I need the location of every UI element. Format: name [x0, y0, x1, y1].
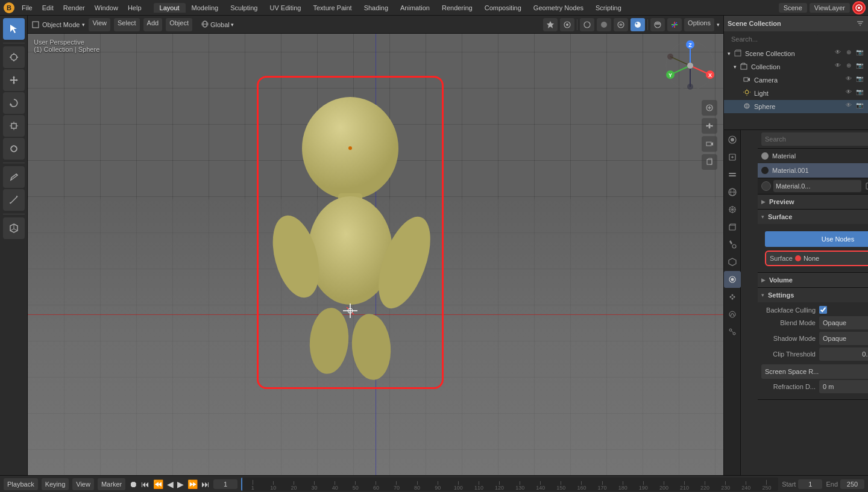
- tl-play-btn[interactable]: ▶: [177, 479, 184, 489]
- col-sel-icon[interactable]: ⊕: [844, 62, 854, 72]
- tl-play-reverse-btn[interactable]: ◀: [167, 479, 174, 489]
- tl-jump-end-btn[interactable]: ⏭: [201, 479, 210, 489]
- tool-measure[interactable]: [3, 189, 25, 211]
- menu-help[interactable]: Help: [123, 3, 146, 13]
- ws-uv[interactable]: UV Editing: [263, 3, 307, 13]
- sphere-rnd-icon[interactable]: 📷: [855, 102, 864, 111]
- tl-marker-btn[interactable]: Marker: [98, 478, 125, 490]
- shading-wire[interactable]: [580, 18, 594, 31]
- tool-add-cube[interactable]: [3, 217, 25, 239]
- tool-select[interactable]: [3, 18, 25, 40]
- col-vis-icon[interactable]: 👁: [833, 62, 843, 72]
- mat-node-name-input[interactable]: [773, 180, 861, 192]
- timeline-playhead[interactable]: [241, 478, 242, 491]
- prop-tab-data[interactable]: [724, 254, 741, 270]
- refraction-value[interactable]: 0 m: [819, 380, 868, 393]
- prop-tab-material[interactable]: [724, 271, 741, 288]
- tool-rotate[interactable]: [3, 92, 25, 114]
- add-menu[interactable]: Add: [143, 18, 163, 31]
- scene-sel-icon[interactable]: ⊕: [844, 49, 854, 58]
- tl-start-frame[interactable]: 1: [798, 479, 822, 489]
- menu-window[interactable]: Window: [90, 3, 123, 13]
- scene-rnd-icon[interactable]: 📷: [855, 49, 864, 58]
- col-rnd-icon[interactable]: 📷: [855, 62, 864, 72]
- tl-keying-btn[interactable]: Keying: [42, 478, 69, 490]
- menu-edit[interactable]: Edit: [37, 3, 58, 13]
- overlay-toggle[interactable]: [650, 18, 665, 31]
- viewlayer-selector[interactable]: ViewLayer: [810, 3, 850, 13]
- tl-jump-start-btn[interactable]: ⏮: [141, 479, 149, 489]
- ws-compositing[interactable]: Compositing: [479, 3, 527, 13]
- timeline-ruler[interactable]: 1 10 20 30 40 50 60 70 80 90 100 110 120…: [241, 478, 778, 491]
- zoom-to-fit-icon[interactable]: [702, 100, 717, 116]
- ws-texture[interactable]: Texture Paint: [307, 3, 357, 13]
- mode-selector[interactable]: Object Mode ▾: [31, 20, 85, 29]
- tool-scale[interactable]: [3, 115, 25, 137]
- ws-sculpting[interactable]: Sculpting: [224, 3, 263, 13]
- ws-modeling[interactable]: Modeling: [186, 3, 225, 13]
- snap-toggle[interactable]: [543, 18, 558, 31]
- preview-section-header[interactable]: ▶ Preview: [758, 195, 868, 209]
- prop-tab-scene[interactable]: [724, 184, 741, 201]
- scene-vis-icon[interactable]: 👁: [833, 49, 843, 58]
- menu-file[interactable]: File: [17, 3, 37, 13]
- outliner-light-item[interactable]: Light 👁 📷: [724, 87, 868, 100]
- prop-tab-world[interactable]: [724, 201, 741, 218]
- outliner-collection-item[interactable]: ▾ Collection 👁 ⊕ 📷: [724, 60, 868, 73]
- prop-tab-constraints[interactable]: [724, 323, 741, 340]
- ws-animation[interactable]: Animation: [394, 3, 436, 13]
- volume-section-header[interactable]: ▶ Volume: [758, 273, 868, 287]
- material-item-1[interactable]: Material.001: [758, 163, 868, 178]
- ws-scripting[interactable]: Scripting: [590, 3, 627, 13]
- scene-selector[interactable]: Scene: [779, 3, 807, 13]
- render-engine-icon[interactable]: [852, 1, 866, 14]
- tl-view-btn[interactable]: View: [72, 478, 94, 490]
- shading-lpe[interactable]: [614, 18, 628, 31]
- ws-rendering[interactable]: Rendering: [436, 3, 479, 13]
- use-nodes-button[interactable]: Use Nodes: [765, 231, 868, 247]
- options-btn[interactable]: Options: [684, 18, 714, 31]
- object-menu[interactable]: Object: [166, 18, 192, 31]
- outliner-search-input[interactable]: [728, 33, 818, 45]
- pan-icon[interactable]: [702, 118, 717, 134]
- shading-solid[interactable]: [597, 18, 611, 31]
- proportional-editing[interactable]: [560, 18, 574, 31]
- tl-next-frame-btn[interactable]: ⏩: [187, 479, 198, 489]
- prop-tab-modifier[interactable]: [724, 236, 741, 253]
- prop-tab-physics[interactable]: [724, 306, 741, 323]
- prop-tab-output[interactable]: [724, 149, 741, 166]
- tool-move[interactable]: [3, 69, 25, 91]
- orthographic-view-icon[interactable]: [702, 154, 717, 170]
- transform-selector[interactable]: Global ▾: [201, 20, 234, 30]
- prop-tab-viewlayer[interactable]: [724, 166, 741, 183]
- material-item-0[interactable]: Material: [758, 149, 868, 163]
- tl-record-btn[interactable]: ⏺: [129, 479, 137, 489]
- material-search-input[interactable]: [761, 132, 868, 146]
- tl-playback-btn[interactable]: Playback: [4, 478, 38, 490]
- view-menu[interactable]: View: [89, 18, 110, 31]
- tool-cursor[interactable]: [3, 46, 25, 68]
- tl-prev-frame-btn[interactable]: ⏪: [153, 479, 163, 489]
- prop-tab-particles[interactable]: [724, 288, 741, 305]
- ws-layout[interactable]: Layout: [154, 3, 186, 13]
- sphere-vis-icon[interactable]: 👁: [844, 102, 854, 111]
- surface-section-header[interactable]: ▾ Surface: [758, 210, 868, 224]
- select-menu[interactable]: Select: [114, 18, 140, 31]
- camera-view-icon[interactable]: [702, 136, 717, 152]
- cam-vis-icon[interactable]: 👁: [844, 75, 854, 85]
- tool-annotate[interactable]: [3, 166, 25, 188]
- viewport[interactable]: Object Mode ▾ View Select Add Object Glo…: [28, 16, 723, 475]
- outliner-camera-item[interactable]: Camera 👁 📷: [724, 73, 868, 87]
- surface-none-row[interactable]: Surface None: [765, 251, 868, 266]
- viewport-gizmo[interactable]: Z X Y: [663, 39, 717, 93]
- filter-icon[interactable]: [856, 19, 864, 28]
- shading-rendered[interactable]: [631, 18, 645, 31]
- outliner-scene-collection[interactable]: ▾ Scene Collection 👁 ⊕ 📷: [724, 47, 868, 60]
- screen-space-button[interactable]: Screen Space R...: [761, 364, 868, 379]
- outliner-sphere-item[interactable]: Sphere 👁 📷: [724, 100, 868, 113]
- gizmo-toggle[interactable]: [667, 18, 682, 31]
- prop-tab-object[interactable]: [724, 219, 741, 235]
- backface-checkbox[interactable]: [819, 306, 827, 314]
- light-rnd-icon[interactable]: 📷: [855, 89, 864, 98]
- settings-section-header[interactable]: ▾ Settings: [758, 288, 868, 302]
